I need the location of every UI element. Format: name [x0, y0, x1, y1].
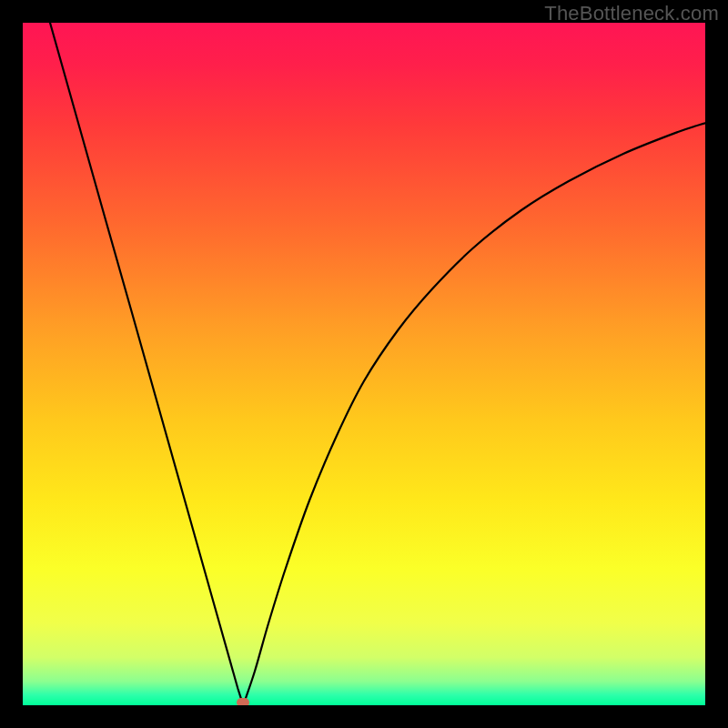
chart-container: TheBottleneck.com [0, 0, 728, 728]
plot-background [23, 23, 705, 705]
bottleneck-marker [237, 698, 249, 705]
chart-svg [23, 23, 705, 705]
watermark-text: TheBottleneck.com [544, 2, 719, 25]
plot-area [23, 23, 705, 705]
